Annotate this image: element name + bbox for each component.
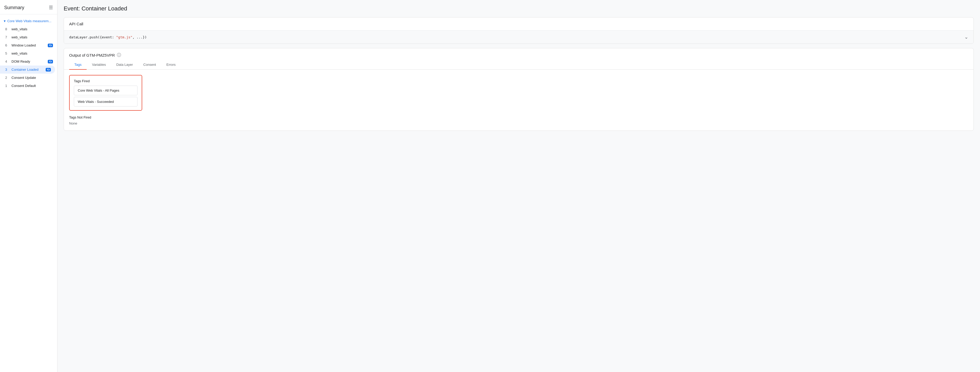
sidebar-title: Summary [4, 5, 24, 10]
tags-not-fired-label: Tags Not Fired [69, 115, 968, 119]
tags-fired-label: Tags Fired [74, 79, 137, 83]
tab-variables[interactable]: Variables [87, 60, 111, 70]
item-num-1: 1 [5, 84, 10, 88]
tags-content: Tags Fired Core Web Vitals - All Pages W… [64, 70, 974, 131]
item-label-1: Consent Default [11, 84, 53, 88]
expand-icon[interactable]: ⌄ [964, 34, 968, 40]
tab-errors[interactable]: Errors [161, 60, 181, 70]
api-call-header: API Call [64, 18, 974, 30]
sidebar-item-1[interactable]: 1 Consent Default [0, 82, 57, 90]
item-label-4: DOM Ready [11, 59, 46, 64]
tab-data-layer[interactable]: Data Layer [111, 60, 138, 70]
output-header: Output of GTM-PMZ5VPR ⓘ [64, 48, 974, 58]
chevron-down-icon: ▼ [3, 19, 6, 23]
tab-consent[interactable]: Consent [138, 60, 161, 70]
code-badge-6 [48, 43, 53, 47]
tabs: Tags Variables Data Layer Consent Errors [64, 60, 974, 70]
tags-not-fired-value: None [69, 121, 968, 125]
sidebar-item-6[interactable]: 6 Window Loaded [0, 41, 57, 49]
item-label-3: Container Loaded [11, 68, 44, 72]
sidebar-header: Summary ☰ [0, 0, 57, 14]
output-title: Output of GTM-PMZ5VPR [69, 53, 115, 57]
item-num-7: 7 [5, 35, 10, 39]
sidebar-item-3[interactable]: 3 Container Loaded [0, 65, 55, 73]
sidebar-section: ▼ Core Web Vitals measurem... 8 web_vita… [0, 14, 57, 93]
output-card: Output of GTM-PMZ5VPR ⓘ Tags Variables D… [64, 48, 974, 131]
item-label-2: Consent Update [11, 76, 53, 80]
tags-not-fired-section: Tags Not Fired None [69, 115, 968, 125]
tags-fired-section: Tags Fired Core Web Vitals - All Pages W… [69, 75, 142, 111]
api-call-code: dataLayer.push({event: "gtm.js", ...}) [69, 35, 146, 39]
sidebar-item-4[interactable]: 4 DOM Ready [0, 57, 57, 65]
sidebar-item-7[interactable]: 7 web_vitals [0, 33, 57, 41]
info-icon[interactable]: ⓘ [117, 53, 121, 58]
code-suffix: , ...}) [132, 35, 147, 39]
page-title: Event: Container Loaded [64, 5, 974, 12]
sidebar-item-8[interactable]: 8 web_vitals [0, 25, 57, 33]
sidebar-group-header[interactable]: ▼ Core Web Vitals measurem... [0, 17, 57, 25]
item-label-7: web_vitals [11, 35, 53, 39]
item-label-5: web_vitals [11, 51, 53, 55]
sidebar-item-5[interactable]: 5 web_vitals [0, 49, 57, 57]
tag-item-2[interactable]: Web Vitals - Succeeded [74, 97, 137, 107]
item-num-2: 2 [5, 76, 10, 80]
item-num-4: 4 [5, 59, 10, 64]
api-call-body: dataLayer.push({event: "gtm.js", ...}) ⌄ [64, 30, 974, 43]
item-num-5: 5 [5, 51, 10, 55]
item-num-8: 8 [5, 27, 10, 31]
item-num-3: 3 [5, 68, 10, 72]
item-num-6: 6 [5, 43, 10, 47]
item-label-6: Window Loaded [11, 43, 46, 47]
sidebar: Summary ☰ ▼ Core Web Vitals measurem... … [0, 0, 57, 372]
tab-tags[interactable]: Tags [69, 60, 87, 70]
filter-icon[interactable]: ☰ [49, 5, 53, 10]
sidebar-group-label: Core Web Vitals measurem... [7, 19, 51, 23]
tag-item-1[interactable]: Core Web Vitals - All Pages [74, 86, 137, 95]
code-string: "gtm.js" [116, 35, 132, 39]
sidebar-item-2[interactable]: 2 Consent Update [0, 73, 57, 82]
api-call-card: API Call dataLayer.push({event: "gtm.js"… [64, 17, 974, 44]
code-prefix: dataLayer.push({event: [69, 35, 116, 39]
item-label-8: web_vitals [11, 27, 53, 31]
code-badge-3 [46, 68, 51, 72]
main-content: Event: Container Loaded API Call dataLay… [57, 0, 980, 372]
code-badge-4 [48, 60, 53, 64]
